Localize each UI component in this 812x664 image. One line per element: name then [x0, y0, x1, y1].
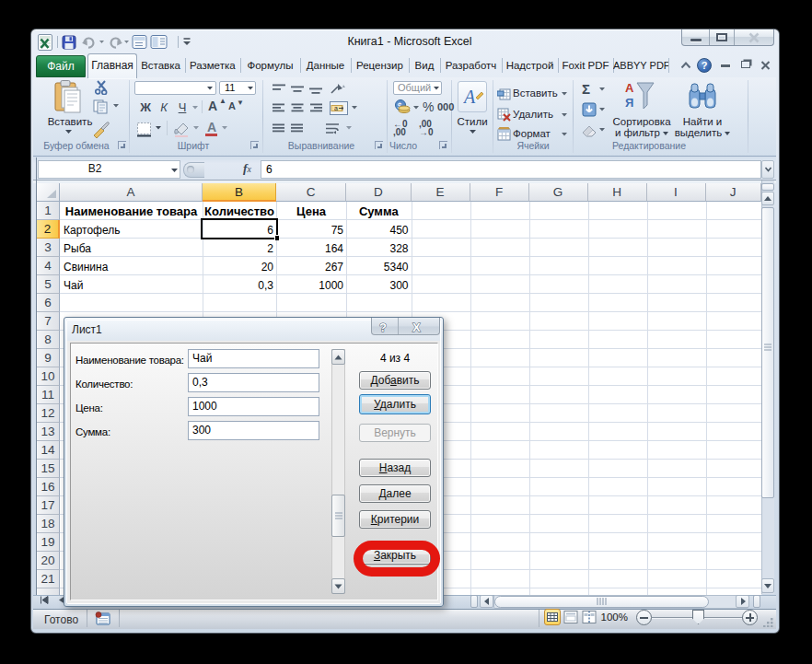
svg-text:X: X	[412, 320, 421, 334]
svg-text:Я: Я	[625, 96, 633, 110]
svg-text:A: A	[463, 87, 476, 107]
svg-text:?: ?	[379, 320, 387, 334]
svg-text:А: А	[625, 81, 634, 95]
svg-text:a: a	[334, 105, 338, 111]
